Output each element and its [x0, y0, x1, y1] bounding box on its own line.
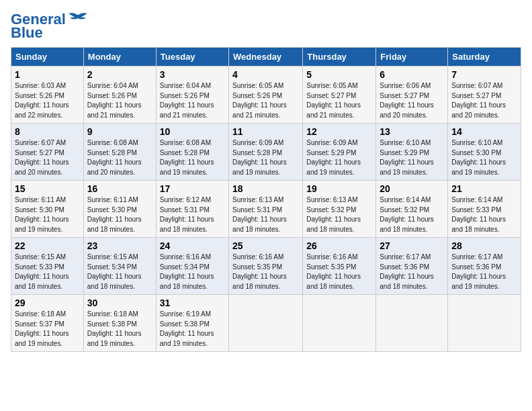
calendar-cell: 8Sunrise: 6:07 AM Sunset: 5:27 PM Daylig…	[11, 124, 84, 181]
calendar-cell	[303, 295, 376, 352]
calendar-week-1: 1Sunrise: 6:03 AM Sunset: 5:26 PM Daylig…	[11, 66, 521, 124]
calendar-cell: 24Sunrise: 6:16 AM Sunset: 5:34 PM Dayli…	[156, 238, 228, 295]
day-number: 12	[306, 126, 372, 137]
header-row: SundayMondayTuesdayWednesdayThursdayFrid…	[11, 48, 521, 66]
calendar-cell: 26Sunrise: 6:16 AM Sunset: 5:35 PM Dayli…	[303, 238, 376, 295]
logo-blue-text: Blue	[11, 24, 43, 42]
day-number: 28	[451, 240, 517, 251]
day-info: Sunrise: 6:05 AM Sunset: 5:26 PM Dayligh…	[232, 81, 299, 120]
day-number: 7	[451, 69, 517, 80]
day-info: Sunrise: 6:09 AM Sunset: 5:28 PM Dayligh…	[232, 138, 299, 177]
day-info: Sunrise: 6:19 AM Sunset: 5:38 PM Dayligh…	[160, 310, 225, 349]
calendar-cell: 12Sunrise: 6:09 AM Sunset: 5:29 PM Dayli…	[303, 124, 376, 181]
day-number: 18	[232, 183, 299, 194]
calendar-cell: 21Sunrise: 6:14 AM Sunset: 5:33 PM Dayli…	[448, 181, 521, 238]
calendar-cell: 2Sunrise: 6:04 AM Sunset: 5:26 PM Daylig…	[83, 66, 156, 124]
calendar-week-4: 22Sunrise: 6:15 AM Sunset: 5:33 PM Dayli…	[11, 238, 521, 295]
calendar-cell	[376, 295, 448, 352]
day-number: 21	[451, 183, 517, 194]
calendar-cell: 22Sunrise: 6:15 AM Sunset: 5:33 PM Dayli…	[11, 238, 84, 295]
day-info: Sunrise: 6:14 AM Sunset: 5:33 PM Dayligh…	[451, 195, 517, 234]
calendar-cell: 23Sunrise: 6:15 AM Sunset: 5:34 PM Dayli…	[83, 238, 156, 295]
day-info: Sunrise: 6:12 AM Sunset: 5:31 PM Dayligh…	[160, 195, 225, 234]
day-number: 26	[306, 240, 372, 251]
day-info: Sunrise: 6:09 AM Sunset: 5:29 PM Dayligh…	[306, 138, 372, 177]
day-info: Sunrise: 6:13 AM Sunset: 5:32 PM Dayligh…	[306, 195, 372, 234]
day-info: Sunrise: 6:16 AM Sunset: 5:34 PM Dayligh…	[160, 253, 225, 291]
day-info: Sunrise: 6:18 AM Sunset: 5:37 PM Dayligh…	[15, 310, 80, 349]
calendar-cell: 1Sunrise: 6:03 AM Sunset: 5:26 PM Daylig…	[11, 66, 84, 124]
day-number: 10	[160, 126, 225, 137]
day-number: 3	[160, 69, 225, 80]
day-info: Sunrise: 6:15 AM Sunset: 5:33 PM Dayligh…	[15, 253, 80, 291]
day-info: Sunrise: 6:14 AM Sunset: 5:32 PM Dayligh…	[380, 195, 444, 234]
day-info: Sunrise: 6:05 AM Sunset: 5:27 PM Dayligh…	[306, 81, 372, 120]
calendar-cell: 18Sunrise: 6:13 AM Sunset: 5:31 PM Dayli…	[229, 181, 303, 238]
header-cell-sunday: Sunday	[11, 48, 84, 66]
day-number: 14	[451, 126, 517, 137]
day-info: Sunrise: 6:16 AM Sunset: 5:35 PM Dayligh…	[306, 253, 372, 291]
day-info: Sunrise: 6:04 AM Sunset: 5:26 PM Dayligh…	[87, 81, 152, 120]
header-cell-monday: Monday	[83, 48, 156, 66]
day-info: Sunrise: 6:15 AM Sunset: 5:34 PM Dayligh…	[87, 253, 152, 291]
day-number: 31	[160, 298, 225, 308]
day-number: 2	[87, 69, 152, 80]
calendar-cell: 7Sunrise: 6:07 AM Sunset: 5:27 PM Daylig…	[448, 66, 521, 124]
calendar-week-2: 8Sunrise: 6:07 AM Sunset: 5:27 PM Daylig…	[11, 124, 521, 181]
calendar-week-5: 29Sunrise: 6:18 AM Sunset: 5:37 PM Dayli…	[11, 295, 521, 352]
day-number: 17	[160, 183, 225, 194]
calendar-cell: 28Sunrise: 6:17 AM Sunset: 5:36 PM Dayli…	[448, 238, 521, 295]
day-info: Sunrise: 6:08 AM Sunset: 5:28 PM Dayligh…	[87, 138, 152, 177]
day-info: Sunrise: 6:11 AM Sunset: 5:30 PM Dayligh…	[15, 195, 80, 234]
logo: General Blue	[11, 11, 89, 42]
header-cell-wednesday: Wednesday	[229, 48, 303, 66]
calendar-cell: 25Sunrise: 6:16 AM Sunset: 5:35 PM Dayli…	[229, 238, 303, 295]
calendar-cell	[448, 295, 521, 352]
day-info: Sunrise: 6:07 AM Sunset: 5:27 PM Dayligh…	[451, 81, 517, 120]
calendar-cell: 9Sunrise: 6:08 AM Sunset: 5:28 PM Daylig…	[83, 124, 156, 181]
calendar-cell: 31Sunrise: 6:19 AM Sunset: 5:38 PM Dayli…	[156, 295, 228, 352]
calendar-cell: 27Sunrise: 6:17 AM Sunset: 5:36 PM Dayli…	[376, 238, 448, 295]
day-number: 25	[232, 240, 299, 251]
calendar-week-3: 15Sunrise: 6:11 AM Sunset: 5:30 PM Dayli…	[11, 181, 521, 238]
logo-bird-icon	[69, 12, 89, 27]
calendar-cell: 5Sunrise: 6:05 AM Sunset: 5:27 PM Daylig…	[303, 66, 376, 124]
calendar-cell: 19Sunrise: 6:13 AM Sunset: 5:32 PM Dayli…	[303, 181, 376, 238]
calendar-cell: 14Sunrise: 6:10 AM Sunset: 5:30 PM Dayli…	[448, 124, 521, 181]
day-info: Sunrise: 6:10 AM Sunset: 5:30 PM Dayligh…	[451, 138, 517, 177]
calendar-cell: 10Sunrise: 6:08 AM Sunset: 5:28 PM Dayli…	[156, 124, 228, 181]
day-info: Sunrise: 6:17 AM Sunset: 5:36 PM Dayligh…	[451, 253, 517, 291]
day-info: Sunrise: 6:17 AM Sunset: 5:36 PM Dayligh…	[380, 253, 444, 291]
calendar-cell: 6Sunrise: 6:06 AM Sunset: 5:27 PM Daylig…	[376, 66, 448, 124]
calendar-cell: 20Sunrise: 6:14 AM Sunset: 5:32 PM Dayli…	[376, 181, 448, 238]
calendar-cell: 29Sunrise: 6:18 AM Sunset: 5:37 PM Dayli…	[11, 295, 84, 352]
day-number: 5	[306, 69, 372, 80]
day-number: 15	[15, 183, 80, 194]
day-number: 23	[87, 240, 152, 251]
day-info: Sunrise: 6:03 AM Sunset: 5:26 PM Dayligh…	[15, 81, 80, 120]
day-info: Sunrise: 6:08 AM Sunset: 5:28 PM Dayligh…	[160, 138, 225, 177]
calendar-cell	[229, 295, 303, 352]
day-number: 11	[232, 126, 299, 137]
day-number: 19	[306, 183, 372, 194]
calendar-header: SundayMondayTuesdayWednesdayThursdayFrid…	[11, 48, 521, 66]
calendar-cell: 4Sunrise: 6:05 AM Sunset: 5:26 PM Daylig…	[229, 66, 303, 124]
header-cell-saturday: Saturday	[448, 48, 521, 66]
calendar-table: SundayMondayTuesdayWednesdayThursdayFrid…	[11, 47, 521, 352]
header-cell-tuesday: Tuesday	[156, 48, 228, 66]
day-info: Sunrise: 6:16 AM Sunset: 5:35 PM Dayligh…	[232, 253, 299, 291]
day-number: 4	[232, 69, 299, 80]
calendar-cell: 30Sunrise: 6:18 AM Sunset: 5:38 PM Dayli…	[83, 295, 156, 352]
day-number: 27	[380, 240, 444, 251]
day-number: 1	[15, 69, 80, 80]
day-number: 30	[87, 298, 152, 308]
calendar-cell: 15Sunrise: 6:11 AM Sunset: 5:30 PM Dayli…	[11, 181, 84, 238]
calendar-body: 1Sunrise: 6:03 AM Sunset: 5:26 PM Daylig…	[11, 66, 521, 352]
day-number: 6	[380, 69, 444, 80]
calendar-cell: 16Sunrise: 6:11 AM Sunset: 5:30 PM Dayli…	[83, 181, 156, 238]
calendar-cell: 13Sunrise: 6:10 AM Sunset: 5:29 PM Dayli…	[376, 124, 448, 181]
day-number: 22	[15, 240, 80, 251]
header: General Blue	[11, 11, 521, 42]
calendar-cell: 11Sunrise: 6:09 AM Sunset: 5:28 PM Dayli…	[229, 124, 303, 181]
day-info: Sunrise: 6:06 AM Sunset: 5:27 PM Dayligh…	[380, 81, 444, 120]
